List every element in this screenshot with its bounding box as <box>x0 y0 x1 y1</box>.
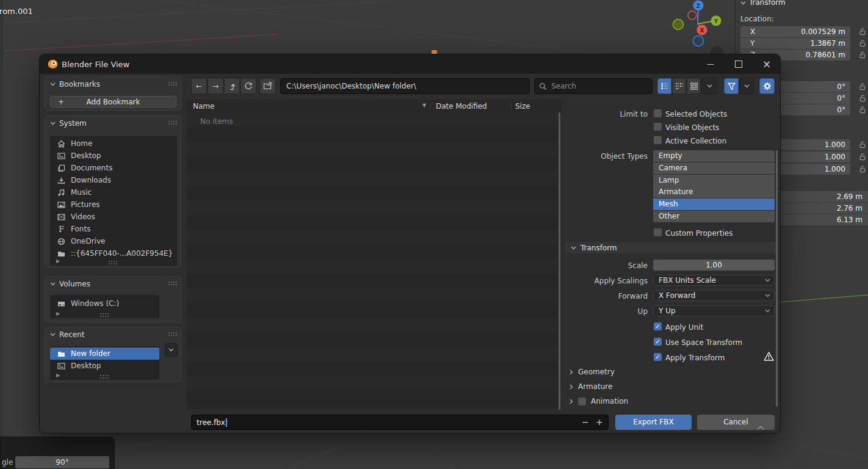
object-type-empty[interactable]: Empty <box>653 150 775 162</box>
forward-dropdown[interactable]: X Forward <box>653 290 775 301</box>
sidebar-item-pictures[interactable]: Pictures <box>50 198 177 211</box>
column-divider[interactable] <box>430 102 431 110</box>
refresh-button[interactable] <box>241 78 256 94</box>
lock-icon[interactable] <box>859 153 866 161</box>
lock-icon[interactable] <box>859 95 866 102</box>
chevron-up-icon[interactable] <box>756 426 765 431</box>
lock-icon[interactable] <box>859 165 866 173</box>
lock-icon[interactable] <box>859 28 866 35</box>
sort-arrow-icon[interactable]: ▼ <box>422 103 426 108</box>
expand-triangle[interactable]: ▶ <box>56 258 60 264</box>
object-type-camera[interactable]: Camera <box>653 162 775 174</box>
system-header[interactable]: System <box>50 119 87 128</box>
sidebar-item-fonts[interactable]: F Fonts <box>50 223 177 235</box>
grip-handle[interactable] <box>168 282 170 283</box>
expand-triangle[interactable]: ▶ <box>56 373 60 378</box>
recent-header[interactable]: Recent <box>50 330 84 339</box>
lock-icon[interactable] <box>859 83 866 90</box>
display-mode-dropdown[interactable] <box>701 78 717 94</box>
sidebar-item-downloads[interactable]: Downloads <box>50 174 177 186</box>
scale-field[interactable]: 1.00 <box>653 260 775 271</box>
back-button[interactable]: ← <box>191 78 207 94</box>
maximize-button[interactable] <box>729 57 748 71</box>
forward-button[interactable]: → <box>208 78 223 94</box>
geometry-section[interactable]: Geometry <box>570 368 615 376</box>
sidebar-item-videos[interactable]: Videos <box>50 211 177 223</box>
sidebar-item-guid-folder[interactable]: ::{645FF040-...A002F954E} <box>50 247 177 260</box>
grip-handle[interactable] <box>168 82 170 83</box>
lock-icon[interactable] <box>859 141 866 148</box>
grip-handle[interactable] <box>109 261 110 262</box>
transform-section-header[interactable]: Transform <box>565 242 777 253</box>
apply-transform-checkbox[interactable]: ✓ <box>654 353 662 361</box>
armature-section[interactable]: Armature <box>570 382 612 391</box>
animation-checkbox[interactable] <box>578 398 586 405</box>
settings-button[interactable] <box>759 78 775 94</box>
object-type-other[interactable]: Other <box>653 211 775 222</box>
file-list-scrollbar[interactable] <box>559 112 560 410</box>
sidebar-item-onedrive[interactable]: OneDrive <box>50 235 177 247</box>
location-x-field[interactable]: X 0.007529 m <box>740 26 850 37</box>
grip-handle[interactable] <box>100 375 101 376</box>
lock-icon[interactable] <box>859 106 866 114</box>
lock-icon[interactable] <box>859 51 866 59</box>
grip-handle[interactable] <box>100 313 101 314</box>
lock-icon[interactable] <box>859 40 866 47</box>
sidebar-item-home[interactable]: Home <box>50 137 177 150</box>
angle-field[interactable]: 90° <box>15 456 109 468</box>
path-field[interactable]: C:\Users\janoc\Desktop\New folder\ <box>280 78 530 94</box>
parent-directory-button[interactable] <box>224 78 240 94</box>
selected-objects-checkbox[interactable] <box>654 109 662 117</box>
column-name[interactable]: Name <box>193 102 214 111</box>
sidebar-item-new-folder[interactable]: New folder <box>50 347 159 360</box>
up-dropdown[interactable]: Y Up <box>653 305 775 316</box>
active-collection-checkbox[interactable] <box>654 136 662 144</box>
minimize-button[interactable]: — <box>701 57 720 71</box>
expand-triangle[interactable]: ▶ <box>56 311 60 316</box>
search-input[interactable]: Search <box>534 78 653 94</box>
axis-neg-x[interactable] <box>688 11 696 20</box>
filename-decrement-button[interactable]: − <box>582 415 589 430</box>
filename-input[interactable]: tree.fbx <box>191 415 609 430</box>
object-type-mesh[interactable]: Mesh <box>653 198 775 210</box>
use-space-transform-checkbox[interactable]: ✓ <box>654 338 662 346</box>
volumes-header[interactable]: Volumes <box>50 280 90 288</box>
chevron-down-icon[interactable] <box>740 1 746 5</box>
transform-panel-title[interactable]: Transform <box>749 0 786 7</box>
object-type-armature[interactable]: Armature <box>653 186 775 198</box>
filename-increment-button[interactable]: + <box>596 415 603 430</box>
navigation-gizmo[interactable]: Z Y X <box>670 0 726 57</box>
column-size[interactable]: Size <box>515 102 530 111</box>
apply-unit-checkbox[interactable]: ✓ <box>654 322 662 330</box>
grip-handle[interactable] <box>168 332 170 333</box>
display-horizontal-list-button[interactable] <box>672 78 686 94</box>
recent-options-dropdown[interactable] <box>165 343 178 357</box>
display-thumbnails-button[interactable] <box>687 78 701 94</box>
location-y-field[interactable]: Y 1.3867 m <box>740 38 850 49</box>
dialog-titlebar[interactable]: Blender File View — × <box>40 54 780 74</box>
add-bookmark-button[interactable]: + Add Bookmark <box>50 96 176 107</box>
filter-toggle-button[interactable] <box>724 78 739 94</box>
close-button[interactable]: × <box>758 57 776 71</box>
object-type-lamp[interactable]: Lamp <box>653 175 775 186</box>
options-scrollbar[interactable] <box>776 150 778 407</box>
animation-section[interactable]: Animation <box>570 397 628 405</box>
visible-objects-checkbox[interactable] <box>654 123 662 131</box>
column-date-modified[interactable]: Date Modified <box>436 102 487 111</box>
sidebar-item-documents[interactable]: Documents <box>50 162 177 174</box>
bookmarks-header[interactable]: Bookmarks <box>50 80 100 89</box>
sidebar-item-music[interactable]: Music <box>50 186 177 198</box>
sidebar-item-desktop[interactable]: Desktop <box>50 150 177 162</box>
sidebar-item-windows-c[interactable]: Windows (C:) <box>50 297 159 310</box>
apply-scalings-dropdown[interactable]: FBX Units Scale <box>653 275 775 286</box>
axis-neg-z[interactable] <box>693 36 704 46</box>
axis-neg-y[interactable] <box>673 20 684 30</box>
file-list-body[interactable]: No items <box>187 112 559 410</box>
column-divider[interactable] <box>511 102 512 110</box>
grip-handle[interactable] <box>168 121 170 122</box>
display-vertical-list-button[interactable] <box>657 78 671 94</box>
sidebar-item-recent-desktop[interactable]: Desktop <box>50 360 159 372</box>
export-fbx-button[interactable]: Export FBX <box>615 415 692 430</box>
create-folder-button[interactable] <box>259 78 276 94</box>
filter-dropdown[interactable] <box>739 78 754 94</box>
